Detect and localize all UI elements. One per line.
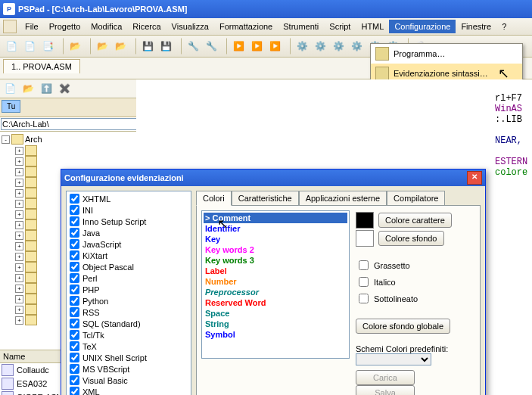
- misc3-icon[interactable]: ⚙️: [330, 38, 347, 54]
- token-item[interactable]: Identifier: [204, 223, 347, 234]
- dialog-titlebar[interactable]: Configurazione evidenziazioni ✕: [61, 170, 485, 186]
- token-item[interactable]: String: [204, 319, 347, 329]
- close-icon[interactable]: ✕: [467, 171, 482, 185]
- lang-item[interactable]: UNIX Shell Script: [68, 352, 189, 363]
- lang-checkbox[interactable]: [70, 285, 79, 294]
- lang-item[interactable]: Inno Setup Script: [68, 216, 189, 227]
- token-list[interactable]: > CommentIdentifierKeyKey words 2Key wor…: [201, 210, 350, 359]
- save-icon[interactable]: 💾: [139, 38, 156, 54]
- file-tab[interactable]: 1.. PROVA.ASM: [3, 59, 80, 73]
- lang-checkbox[interactable]: [70, 353, 79, 362]
- lang-item[interactable]: Visual Basic: [68, 375, 189, 386]
- dialog-tab[interactable]: Applicazioni esterne: [299, 191, 387, 205]
- token-item[interactable]: Space: [204, 308, 347, 319]
- lang-checkbox[interactable]: [70, 387, 79, 395]
- lang-item[interactable]: RSS: [68, 306, 189, 318]
- dropdown-item[interactable]: Programma…: [371, 44, 522, 64]
- lang-item[interactable]: MS VBScript: [68, 363, 189, 375]
- lang-item[interactable]: Perl: [68, 272, 189, 284]
- token-item[interactable]: > Comment: [204, 213, 347, 223]
- dialog-tab[interactable]: Compilatore: [387, 191, 445, 205]
- path-input[interactable]: [1, 118, 138, 130]
- menu-strumenti[interactable]: Strumenti: [278, 20, 324, 33]
- dialog-tab[interactable]: Caratteristiche: [232, 191, 299, 205]
- run3-icon[interactable]: ▶️: [266, 38, 283, 54]
- misc2-icon[interactable]: ⚙️: [312, 38, 328, 54]
- token-item[interactable]: Symbol: [204, 329, 347, 340]
- menu-modifica[interactable]: Modifica: [86, 20, 127, 33]
- tree-node[interactable]: +: [2, 156, 135, 166]
- lang-checkbox[interactable]: [70, 250, 79, 260]
- scheme-select[interactable]: [356, 353, 431, 365]
- menu-?[interactable]: ?: [496, 20, 512, 33]
- open-icon[interactable]: 📂: [67, 38, 83, 54]
- lang-checkbox[interactable]: [70, 273, 79, 283]
- lang-item[interactable]: XHTML: [68, 193, 189, 204]
- lang-checkbox[interactable]: [70, 364, 79, 374]
- menu-ricerca[interactable]: Ricerca: [127, 20, 166, 33]
- italic-checkbox[interactable]: [359, 277, 369, 287]
- mini-up-icon[interactable]: ⬆️: [38, 80, 54, 97]
- load-button[interactable]: Carica: [356, 370, 415, 385]
- lang-item[interactable]: Python: [68, 295, 189, 306]
- tree-node[interactable]: +: [2, 145, 135, 156]
- tool2-icon[interactable]: 🔧: [203, 38, 219, 54]
- dialog-tab[interactable]: Colori: [196, 191, 232, 206]
- lang-checkbox[interactable]: [70, 216, 79, 226]
- menu-finestre[interactable]: Finestre: [456, 20, 496, 33]
- save-button[interactable]: Salva: [356, 385, 415, 395]
- token-item[interactable]: Number: [204, 276, 347, 287]
- menu-progetto[interactable]: Progetto: [44, 20, 86, 33]
- lang-checkbox[interactable]: [70, 319, 79, 328]
- misc4-icon[interactable]: ⚙️: [348, 38, 365, 54]
- bold-checkbox[interactable]: [359, 260, 369, 270]
- lang-checkbox[interactable]: [70, 307, 79, 317]
- menu-script[interactable]: Script: [324, 20, 356, 33]
- char-color-button[interactable]: Colore carattere: [378, 213, 452, 228]
- lang-checkbox[interactable]: [70, 205, 79, 215]
- open2-icon[interactable]: 📂: [94, 38, 110, 54]
- lang-item[interactable]: JavaScript: [68, 238, 189, 250]
- token-item[interactable]: Key words 2: [204, 244, 347, 255]
- lang-checkbox[interactable]: [70, 375, 79, 385]
- menu-html[interactable]: HTML: [356, 20, 389, 33]
- save2-icon[interactable]: 💾: [157, 38, 174, 54]
- mini-x-icon[interactable]: ✖️: [56, 80, 73, 97]
- lang-checkbox[interactable]: [70, 330, 79, 340]
- lang-checkbox[interactable]: [70, 341, 79, 351]
- new3-icon[interactable]: 📑: [39, 38, 56, 54]
- new2-icon[interactable]: 📄: [21, 38, 38, 54]
- menu-file[interactable]: File: [20, 20, 44, 33]
- token-item[interactable]: Reserved Word: [204, 297, 347, 308]
- menu-formattazione[interactable]: Formattazione: [214, 20, 278, 33]
- lang-item[interactable]: INI: [68, 204, 189, 216]
- lang-item[interactable]: Java: [68, 227, 189, 238]
- mini-new-icon[interactable]: 📄: [2, 80, 18, 97]
- token-item[interactable]: Key words 3: [204, 255, 347, 266]
- lang-item[interactable]: SQL (Standard): [68, 318, 189, 329]
- sidebar-tab[interactable]: Tu: [2, 100, 20, 113]
- menu-configurazione[interactable]: Configurazione: [389, 20, 456, 33]
- lang-checkbox[interactable]: [70, 194, 79, 204]
- lang-item[interactable]: Tcl/Tk: [68, 329, 189, 341]
- lang-checkbox[interactable]: [70, 296, 79, 306]
- lang-item[interactable]: TeX: [68, 341, 189, 352]
- lang-item[interactable]: KiXtart: [68, 250, 189, 261]
- mini-open-icon[interactable]: 📂: [20, 80, 36, 97]
- open3-icon[interactable]: 📂: [112, 38, 129, 54]
- misc-icon[interactable]: ⚙️: [294, 38, 310, 54]
- run-icon[interactable]: ▶️: [230, 38, 247, 54]
- lang-checkbox[interactable]: [70, 262, 79, 272]
- tool-icon[interactable]: 🔧: [185, 38, 201, 54]
- lang-checkbox[interactable]: [70, 239, 79, 249]
- underline-checkbox[interactable]: [359, 294, 369, 303]
- token-item[interactable]: Label: [204, 266, 347, 276]
- token-item[interactable]: Key: [204, 234, 347, 244]
- token-item[interactable]: Preprocessor: [204, 287, 347, 297]
- menu-visualizza[interactable]: Visualizza: [166, 20, 214, 33]
- lang-item[interactable]: PHP: [68, 284, 189, 295]
- tree-node[interactable]: - Arch: [2, 133, 135, 145]
- lang-item[interactable]: Object Pascal: [68, 261, 189, 272]
- global-bg-button[interactable]: Colore sfondo globale: [356, 319, 450, 334]
- new-icon[interactable]: 📄: [3, 38, 20, 54]
